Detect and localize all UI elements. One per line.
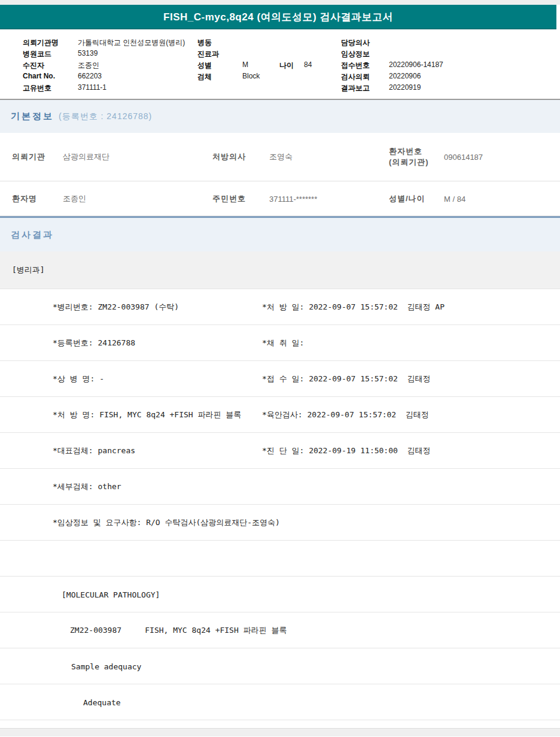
rrn-label: 주민번호 <box>212 193 246 204</box>
field-value: 20220906-14187 <box>389 60 443 69</box>
result-detail-row: *대표검체: pancreas *진 단 일: 2022-09-19 11:50… <box>0 433 560 469</box>
department-label: [병리과] <box>12 265 45 275</box>
detail-left: *세부검체: other <box>53 481 121 492</box>
patient-number-value: 090614187 <box>444 153 483 162</box>
field-value: 84 <box>304 60 312 69</box>
detail-right: *진 단 일: 2022-09-19 11:50:00 김태정 <box>262 445 431 456</box>
patient-name-value: 조종인 <box>63 193 86 204</box>
field-label: 임상정보 <box>341 49 370 59</box>
field-label: 성별 <box>197 60 212 71</box>
field-label: 병동 <box>197 38 212 48</box>
sex-age-label: 성별/나이 <box>389 193 425 204</box>
result-detail-row: *병리번호: ZM22-003987 (수탁) *처 방 일: 2022-09-… <box>0 289 560 325</box>
detail-right: *채 취 일: <box>262 338 304 348</box>
results-title: 검사결과 <box>11 229 54 241</box>
patient-number-label: 환자번호 (의뢰기관) <box>389 146 429 167</box>
field-value: 20220906 <box>389 72 421 80</box>
field-value: 371111-1 <box>78 83 106 92</box>
sample-adequacy-label: Sample adequacy <box>71 662 141 671</box>
field-label: 나이 <box>279 60 294 71</box>
patient-header-table: 의뢰기관명 가톨릭대학교 인천성모병원(병리) 병동 담당의사 병원코드 531… <box>0 29 560 99</box>
basic-info-title: 기본정보 <box>11 111 54 122</box>
detail-left: *병리번호: ZM22-003987 (수탁) <box>53 302 179 313</box>
result-detail-row: *처 방 명: FISH, MYC 8q24 +FISH 파라핀 블록 *육안검… <box>0 397 560 433</box>
client-value: 삼광의료재단 <box>63 151 109 162</box>
field-label: 검체 <box>197 72 212 82</box>
field-label: 고유번호 <box>23 83 51 93</box>
detail-left: *대표검체: pancreas <box>53 445 135 456</box>
patient-number-label-line1: 환자번호 <box>389 146 429 157</box>
basic-info-row: 환자명 조종인 주민번호 371111-******* 성별/나이 M / 84 <box>0 181 560 216</box>
sample-adequacy-row: Sample adequacy <box>0 648 560 684</box>
field-label: 수진자 <box>23 60 44 71</box>
field-value: Block <box>242 72 260 80</box>
field-label: 결과보고 <box>341 83 370 93</box>
detail-left: *임상정보 및 요구사항: R/O 수탁검사(삼광의료재단-조영숙) <box>53 517 280 528</box>
client-label: 의뢰기관 <box>12 151 45 162</box>
department-row: [병리과] <box>0 251 560 289</box>
next-section-strip <box>0 728 560 736</box>
basic-info-row: 의뢰기관 삼광의료재단 처방의사 조영숙 환자번호 (의뢰기관) 0906141… <box>0 133 560 181</box>
molecular-pathology-test-line: ZM22-003987 FISH, MYC 8q24 +FISH 파라핀 블록 <box>70 625 287 636</box>
field-value: 53139 <box>78 49 98 57</box>
result-detail-row: *임상정보 및 요구사항: R/O 수탁검사(삼광의료재단-조영숙) <box>0 505 560 541</box>
field-value: 가톨릭대학교 인천성모병원(병리) <box>78 38 185 48</box>
field-label: 접수번호 <box>341 60 370 71</box>
field-label: 담당의사 <box>341 38 370 48</box>
detail-right: *처 방 일: 2022-09-07 15:57:02 김태정 AP <box>262 302 445 313</box>
report-title: FISH_C-myc,8q24 (여의도성모) 검사결과보고서 <box>163 10 393 24</box>
bottom-gap <box>0 720 560 728</box>
patient-header-row: 수진자 조종인 성별 M 나이 84 접수번호 20220906-14187 <box>0 59 560 71</box>
patient-header-row: Chart No. 662203 검체 Block 검사의뢰 20220906 <box>0 71 560 82</box>
basic-info-section-header: 기본정보 (등록번호 : 24126788) <box>0 99 560 133</box>
patient-header-row: 고유번호 371111-1 결과보고 20220919 <box>0 82 560 93</box>
report-title-bar: FISH_C-myc,8q24 (여의도성모) 검사결과보고서 <box>0 5 556 29</box>
field-label: 의뢰기관명 <box>23 38 59 48</box>
detail-left: *등록번호: 24126788 <box>53 338 135 348</box>
detail-right: *육안검사: 2022-09-07 15:57:02 김태정 <box>262 410 429 420</box>
patient-header-row: 의뢰기관명 가톨릭대학교 인천성모병원(병리) 병동 담당의사 <box>0 37 560 48</box>
doctor-value: 조영숙 <box>269 151 293 162</box>
patient-name-label: 환자명 <box>12 193 37 204</box>
doctor-label: 처방의사 <box>212 151 246 162</box>
field-label: 검사의뢰 <box>341 72 370 82</box>
sample-adequacy-value: Adequate <box>83 697 121 706</box>
field-value: M <box>242 60 248 69</box>
detail-right: *접 수 일: 2022-09-07 15:57:02 김태정 <box>262 374 431 384</box>
field-value: 20220919 <box>389 83 421 92</box>
detail-left: *처 방 명: FISH, MYC 8q24 +FISH 파라핀 블록 <box>53 410 241 420</box>
sex-age-value: M / 84 <box>444 194 465 203</box>
patient-number-label-line2: (의뢰기관) <box>389 157 429 168</box>
field-label: 진료과 <box>197 49 219 59</box>
detail-left: *상 병 명: - <box>53 374 104 384</box>
result-detail-row: *등록번호: 24126788 *채 취 일: <box>0 325 560 361</box>
field-value: 조종인 <box>78 60 99 71</box>
molecular-pathology-test-row: ZM22-003987 FISH, MYC 8q24 +FISH 파라핀 블록 <box>0 612 560 648</box>
field-label: 병원코드 <box>23 49 51 59</box>
result-detail-row: *상 병 명: - *접 수 일: 2022-09-07 15:57:02 김태… <box>0 361 560 397</box>
rrn-value: 371111-******* <box>269 194 317 203</box>
sample-adequacy-value-row: Adequate <box>0 684 560 720</box>
molecular-pathology-header: [MOLECULAR PATHOLOGY] <box>62 590 160 599</box>
result-detail-row: *세부검체: other <box>0 469 560 505</box>
result-empty-row <box>0 541 560 577</box>
results-section-header: 검사결과 <box>0 216 560 251</box>
field-value: 662203 <box>78 72 102 80</box>
patient-header-row: 병원코드 53139 진료과 임상정보 <box>0 48 560 59</box>
field-label: Chart No. <box>23 72 55 80</box>
basic-info-registration-number: (등록번호 : 24126788) <box>59 111 152 122</box>
molecular-pathology-header-row: [MOLECULAR PATHOLOGY] <box>0 577 560 612</box>
top-strip <box>0 0 560 5</box>
